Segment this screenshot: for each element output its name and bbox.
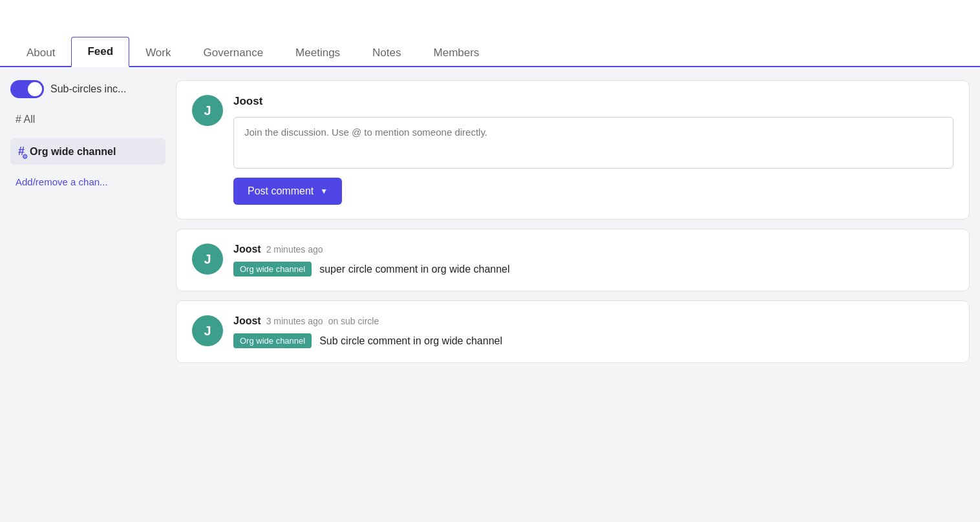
compose-row: J Joost Post comment ▼ <box>192 95 953 205</box>
post-btn-row: Post comment ▼ <box>233 178 953 205</box>
comment-text-1: Sub circle comment in org wide channel <box>319 335 502 347</box>
tab-work[interactable]: Work <box>129 38 187 67</box>
comment-header-0: Joost 2 minutes ago <box>233 244 953 255</box>
post-comment-label: Post comment <box>248 185 314 197</box>
comment-user-1: Joost <box>233 315 261 327</box>
compose-card: J Joost Post comment ▼ <box>176 80 970 220</box>
comment-row-0: J Joost 2 minutes ago Org wide channel s… <box>192 244 953 277</box>
comment-avatar-0: J <box>192 244 223 275</box>
post-comment-button[interactable]: Post comment ▼ <box>233 178 342 205</box>
subcircles-toggle[interactable] <box>10 80 44 98</box>
tab-about[interactable]: About <box>10 38 71 67</box>
active-channel-label: Org wide channel <box>30 146 116 158</box>
tab-members[interactable]: Members <box>418 38 496 67</box>
comment-content-1: Org wide channel Sub circle comment in o… <box>233 333 953 348</box>
compose-body: Joost Post comment ▼ <box>233 95 953 205</box>
tab-meetings[interactable]: Meetings <box>279 38 356 67</box>
gear-icon: ⚙ <box>22 153 28 160</box>
comment-body-1: Joost 3 minutes ago on sub circle Org wi… <box>233 315 953 348</box>
add-channel-link[interactable]: Add/remove a chan... <box>10 174 165 190</box>
sidebar: Sub-circles inc... # All # ⚙ Org wide ch… <box>10 80 165 509</box>
main-layout: Sub-circles inc... # All # ⚙ Org wide ch… <box>0 67 980 522</box>
comment-header-1: Joost 3 minutes ago on sub circle <box>233 315 953 327</box>
tab-notes[interactable]: Notes <box>356 38 417 67</box>
compose-input[interactable] <box>233 117 953 169</box>
comment-avatar-1: J <box>192 315 223 346</box>
compose-username: Joost <box>233 95 953 108</box>
comment-card-1: J Joost 3 minutes ago on sub circle Org … <box>176 300 970 363</box>
comment-time-1: 3 minutes ago <box>266 316 323 326</box>
comment-text-0: super circle comment in org wide channel <box>319 264 509 275</box>
comment-card-0: J Joost 2 minutes ago Org wide channel s… <box>176 229 970 291</box>
comment-time-0: 2 minutes ago <box>266 244 323 255</box>
feed-content: J Joost Post comment ▼ J <box>176 80 970 509</box>
comment-content-0: Org wide channel super circle comment in… <box>233 262 953 277</box>
tab-bar: About Feed Work Governance Meetings Note… <box>0 0 980 67</box>
channel-badge-1: Org wide channel <box>233 333 312 348</box>
active-channel[interactable]: # ⚙ Org wide channel <box>10 138 165 165</box>
compose-avatar: J <box>192 95 223 126</box>
channel-all[interactable]: # All <box>10 110 165 129</box>
comment-body-0: Joost 2 minutes ago Org wide channel sup… <box>233 244 953 277</box>
comment-on-circle-1: on sub circle <box>328 316 379 326</box>
channel-icon: # ⚙ <box>18 145 25 158</box>
comment-row-1: J Joost 3 minutes ago on sub circle Org … <box>192 315 953 348</box>
subcircles-toggle-row: Sub-circles inc... <box>10 80 165 98</box>
channel-badge-0: Org wide channel <box>233 262 312 277</box>
comment-user-0: Joost <box>233 244 261 255</box>
tab-governance[interactable]: Governance <box>187 38 279 67</box>
dropdown-arrow-icon: ▼ <box>320 187 328 196</box>
subcircles-toggle-label: Sub-circles inc... <box>50 83 126 95</box>
tab-feed[interactable]: Feed <box>71 37 129 67</box>
